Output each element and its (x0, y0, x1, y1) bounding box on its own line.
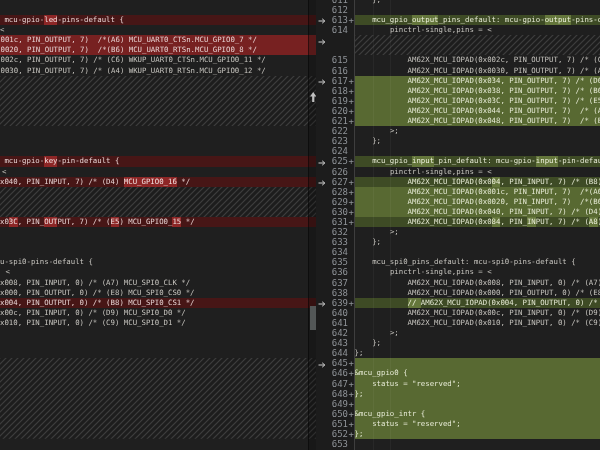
merge-arrow-row29[interactable] (318, 300, 326, 309)
code-text: x000, PIN_OUTPUT, 0) /* (E8) MCU_SPI0_CS… (0, 288, 195, 297)
right-line-641[interactable]: AM62X_MCU_IOPAD(0x010, PIN_INPUT, 0) /* … (355, 318, 600, 328)
gutter-row-643: 643 (316, 338, 354, 348)
right-line-642[interactable]: >; (355, 328, 600, 338)
right-line-646[interactable]: &mcu_gpio0 { (355, 368, 600, 378)
left-line-pos3[interactable]: 001c, PIN_OUTPUT, 7) /*(A6) MCU_UART0_CT… (0, 35, 316, 45)
right-line-651[interactable]: status = "reserved"; (355, 419, 600, 429)
line-number: 637 (318, 278, 348, 288)
right-line-643[interactable]: }; (355, 338, 600, 348)
line-number: 640 (318, 308, 348, 318)
right-line-639[interactable]: // AM62X_MCU_IOPAD(0x004, PIN_OUTPUT, 0)… (355, 298, 600, 308)
left-line-pos4[interactable]: 0020, PIN_OUTPUT, 7) /*(B6) MCU_UART0_RT… (0, 45, 316, 55)
code-text: -pins-default { (57, 15, 123, 24)
code-text: 0020, PIN_OUTPUT, 7) /*(B6) MCU_UART0_RT… (1, 45, 257, 54)
gutter-row-631: 631+ (316, 217, 354, 227)
gutter-row-633: 633 (316, 237, 354, 247)
merge-arrow-row35[interactable] (318, 361, 326, 370)
right-line-650[interactable]: &mcu_gpio_intr { (355, 409, 600, 419)
right-line-635[interactable]: mcu_spi0_pins_default: mcu-spi0-pins-def… (355, 257, 600, 267)
right-line-623[interactable]: }; (355, 136, 600, 146)
right-line-617[interactable]: AM62X_MCU_IOPAD(0x034, PIN_OUTPUT, 7) /*… (355, 76, 600, 86)
left-line-pos15[interactable]: mcu-gpio-key-pin-default { (0, 156, 316, 166)
right-line-615[interactable]: AM62X_MCU_IOPAD(0x002c, PIN_OUTPUT, 7) /… (355, 55, 600, 65)
left-line-pos1[interactable]: mcu-gpio-led-pins-default { (0, 15, 316, 25)
line-number: 629 (318, 197, 348, 207)
added-line-mark: + (349, 379, 354, 389)
right-line-636[interactable]: pinctrl-single,pins = < (355, 267, 600, 277)
line-number: 631 (318, 217, 348, 227)
merge-arrow-row1[interactable] (318, 17, 326, 26)
code-text: AM62X_MCU_IOPAD(0x038, PIN_OUTPUT, 7) /*… (355, 86, 600, 95)
merge-arrow-row17[interactable] (318, 179, 326, 188)
merge-arrow-row7[interactable] (318, 78, 326, 87)
merge-arrow-row15[interactable] (318, 159, 326, 168)
left-line-pos5[interactable]: 002c, PIN_OUTPUT, 7) /* (C6) WKUP_UART0_… (0, 55, 316, 65)
line-number: 632 (318, 227, 348, 237)
right-line-616[interactable]: AM62X_MCU_IOPAD(0x0030, PIN_OUTPUT, 7) /… (355, 66, 600, 76)
right-line-620[interactable]: AM62X_MCU_IOPAD(0x044, PIN_OUTPUT, 7) /*… (355, 106, 600, 116)
code-text: status = "reserved"; (355, 419, 461, 428)
gutter-row-619: 619+ (316, 96, 354, 106)
left-line-pos2[interactable]: < (0, 25, 316, 35)
left-line-pos30[interactable]: x00c, PIN_INPUT, 0) /* (D9) MCU_SPI0_D0 … (0, 308, 316, 318)
diff-window: mcu-gpio-led-pins-default {<001c, PIN_OU… (0, 0, 600, 450)
left-line-pos17[interactable]: x040, PIN_INPUT, 7) /* (D4) MCU_GPIO0_16… (0, 177, 316, 187)
left-file-pane[interactable]: mcu-gpio-led-pins-default {<001c, PIN_OU… (0, 0, 316, 450)
right-file-pane[interactable]: }; mcu_gpio_output_pins_default: mcu-gpi… (355, 0, 600, 450)
code-text: AM62X_MCU_IOPAD(0x0 (355, 177, 492, 186)
right-line-613[interactable]: mcu_gpio_output_pins_default: mcu-gpio-o… (355, 15, 600, 25)
right-line-626[interactable]: pinctrl-single,pins = < (355, 167, 600, 177)
right-line-647[interactable]: status = "reserved"; (355, 379, 600, 389)
left-line-pos6[interactable]: 0030, PIN_OUTPUT, 7) /* (A4) WKUP_UART0_… (0, 66, 316, 76)
right-line-611[interactable]: }; (355, 0, 600, 5)
line-number: 614 (318, 25, 348, 35)
right-line-640[interactable]: AM62X_MCU_IOPAD(0x00c, PIN_INPUT, 0) /* … (355, 308, 600, 318)
right-line-632[interactable]: >; (355, 227, 600, 237)
line-number: 634 (318, 247, 348, 257)
gutter-row-621: 621+ (316, 116, 354, 126)
right-line-648[interactable]: }; (355, 389, 600, 399)
left-line-pos16[interactable]: < (0, 167, 316, 177)
right-line-644[interactable]: }; (355, 348, 600, 358)
code-text: AM62X_MCU_IOPAD(0x000, PIN_OUTPUT, 0) /*… (355, 288, 600, 297)
right-line-622[interactable]: >; (355, 126, 600, 136)
added-line-mark: + (349, 358, 354, 368)
diff-chunk-text: IN (527, 217, 536, 226)
code-text: < (0, 25, 4, 34)
left-line-pos27[interactable]: x008, PIN_INPUT, 0) /* (A7) MCU_SPI0_CLK… (0, 278, 316, 288)
code-text (355, 298, 408, 307)
added-line-mark: + (349, 156, 354, 166)
right-line-638[interactable]: AM62X_MCU_IOPAD(0x000, PIN_OUTPUT, 0) /*… (355, 288, 600, 298)
gutter-row-641: 641 (316, 318, 354, 328)
right-line-631[interactable]: AM62X_MCU_IOPAD(0x084, PIN_INPUT, 7) /* … (355, 217, 600, 227)
right-line-633[interactable]: }; (355, 237, 600, 247)
left-line-pos25[interactable]: u-spi0-pins-default { (0, 257, 316, 267)
right-line-637[interactable]: AM62X_MCU_IOPAD(0x008, PIN_INPUT, 0) /* … (355, 278, 600, 288)
merge-arrow-row3[interactable] (318, 38, 326, 47)
line-number: 615 (318, 55, 348, 65)
right-line-618[interactable]: AM62X_MCU_IOPAD(0x038, PIN_OUTPUT, 7) /*… (355, 86, 600, 96)
right-line-621[interactable]: AM62X_MCU_IOPAD(0x048, PIN_OUTPUT, 7) /*… (355, 116, 600, 126)
line-number: 648 (318, 389, 348, 399)
right-line-630[interactable]: AM62X_MCU_IOPAD(0x040, PIN_INPUT, 7) /* … (355, 207, 600, 217)
right-line-652[interactable]: }; (355, 429, 600, 439)
code-text: AM62X_MCU_IOPAD(0x048, PIN_OUTPUT, 7) /*… (355, 116, 600, 125)
left-line-pos21[interactable]: x03C, PIN_OUTPUT, 7) /* (E5) MCU_GPIO0_1… (0, 217, 316, 227)
code-text: pinctrl-single,pins = < (355, 25, 492, 34)
right-line-614[interactable]: pinctrl-single,pins = < (355, 25, 600, 35)
right-line-628[interactable]: AM62X_MCU_IOPAD(0x001c, PIN_INPUT, 7) /*… (355, 187, 600, 197)
line-number: 641 (318, 318, 348, 328)
right-line-619[interactable]: AM62X_MCU_IOPAD(0x03C, PIN_OUTPUT, 7) /*… (355, 96, 600, 106)
right-line-625[interactable]: mcu_gpio_input_pin_default: mcu-gpio-inp… (355, 156, 600, 166)
code-text: }; (355, 348, 364, 357)
right-line-629[interactable]: AM62X_MCU_IOPAD(0x0020, PIN_INPUT, 7) /*… (355, 197, 600, 207)
left-line-pos31[interactable]: x010, PIN_INPUT, 0) /* (C9) MCU_SPI0_D1 … (0, 318, 316, 328)
code-text: }; (355, 237, 382, 246)
left-line-pos28[interactable]: x000, PIN_OUTPUT, 0) /* (E8) MCU_SPI0_CS… (0, 288, 316, 298)
gutter-row-614: 614 (316, 25, 354, 35)
left-line-pos26[interactable]: < (0, 267, 316, 277)
code-text: x0 (0, 217, 9, 226)
code-text: < (6, 267, 10, 276)
left-line-pos29[interactable]: x004, PIN_OUTPUT, 0) /* (B8) MCU_SPI0_CS… (0, 298, 316, 308)
right-line-627[interactable]: AM62X_MCU_IOPAD(0x004, PIN_INPUT, 7) /* … (355, 177, 600, 187)
